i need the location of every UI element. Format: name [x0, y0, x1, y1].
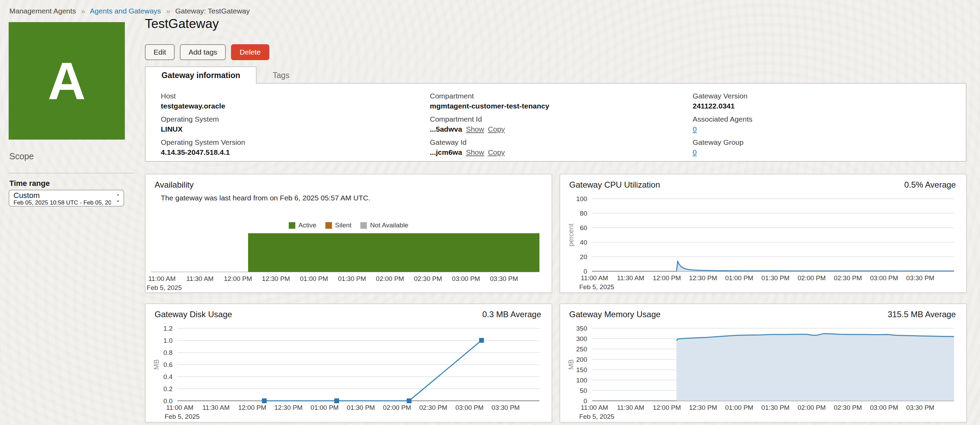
x-tick-label: 01:00 PM [300, 275, 328, 282]
legend-label: Active [298, 222, 317, 229]
y-tick-label: 40 [580, 239, 587, 246]
ocid-value: ...jcm6wa [430, 148, 462, 156]
x-tick-label: 01:00 PM [725, 274, 753, 282]
action-buttons: Edit Add tags Delete [145, 44, 269, 60]
x-tick-label: 11:30 AM [202, 404, 230, 411]
x-tick-label: 12:00 PM [238, 404, 266, 411]
copy-link[interactable]: Copy [488, 148, 505, 156]
card-header: Gateway Disk Usage 0.3 MB Average [154, 309, 541, 319]
card-header: Gateway Memory Usage 315.5 MB Average [569, 309, 956, 319]
y-tick-label: 0.4 [164, 373, 173, 381]
y-axis-title: MB [567, 359, 575, 370]
delete-button[interactable]: Delete [231, 44, 269, 60]
gateway-group-link[interactable]: 0 [693, 148, 697, 156]
x-tick-label: 12:30 PM [274, 404, 302, 411]
x-tick-label: 02:00 PM [383, 404, 411, 411]
availability-last-heard-text: The gateway was last heard from on Feb 6… [161, 194, 370, 202]
breadcrumb-separator: » [166, 7, 170, 15]
field-operating-system-version: Operating System Version 4.14.35-2047.51… [161, 138, 245, 157]
x-tick-label: 11:00 AM [166, 404, 194, 411]
legend-item: Active [289, 222, 317, 229]
x-tick-label: 03:30 PM [490, 275, 518, 282]
time-range-select[interactable]: Custom Feb 05, 2025 10:58 UTC - Feb 05, … [9, 190, 124, 207]
y-tick-label: 80 [580, 210, 587, 217]
field-value: mgmtagent-customer-test-tenancy [430, 101, 549, 111]
x-tick-label: 02:00 PM [798, 404, 826, 411]
legend-label: Silent [335, 222, 352, 229]
field-label: Gateway Group [693, 138, 752, 147]
x-tick-label: 12:00 PM [653, 274, 681, 282]
y-axis-title: MB [153, 359, 160, 370]
select-stepper-icon[interactable]: ⌃⌄ [116, 195, 120, 202]
y-tick-label: 300 [576, 335, 587, 343]
card-header: Availability [154, 180, 541, 190]
field-host: Host testgateway.oracle [161, 91, 245, 111]
y-tick-label: 0 [583, 268, 587, 275]
card-title: Gateway Disk Usage [154, 309, 232, 319]
associated-agents-link[interactable]: 0 [693, 125, 697, 133]
time-range-label: Time range [10, 179, 50, 188]
y-tick-label: 100 [576, 377, 587, 384]
y-tick-label: 350 [576, 325, 587, 332]
x-tick-label: 02:30 PM [834, 274, 862, 282]
x-tick-label: 11:30 AM [617, 404, 644, 411]
x-tick-label: 11:30 AM [186, 275, 214, 282]
card-title: Gateway CPU Utilization [569, 180, 660, 190]
x-tick-label: 01:00 PM [310, 404, 339, 411]
tab-gateway-information[interactable]: Gateway information [145, 67, 256, 84]
legend-label: Not Available [370, 222, 408, 229]
breadcrumb-separator: » [81, 7, 85, 15]
y-tick-label: 100 [576, 195, 587, 203]
field-gateway-version: Gateway Version 241122.0341 [693, 91, 752, 111]
x-tick-label: 03:30 PM [906, 274, 934, 282]
field-value: LINUX [161, 124, 245, 134]
tab-tags[interactable]: Tags [256, 67, 305, 84]
field-value: 241122.0341 [693, 101, 752, 111]
series-line [264, 340, 481, 401]
card-title: Availability [154, 180, 194, 190]
x-tick-label: 02:30 PM [414, 275, 442, 282]
card-average-value: 0.5% Average [904, 180, 956, 190]
field-value: ...5adwvaShowCopy [430, 124, 549, 134]
x-tick-label: 12:30 PM [689, 404, 717, 411]
field-compartment-id: Compartment Id ...5adwvaShowCopy [430, 114, 549, 134]
availability-active-bar [248, 233, 539, 272]
y-tick-label: 150 [576, 366, 587, 374]
info-column: Compartment mgmtagent-customer-test-tena… [430, 91, 549, 161]
y-tick-label: 0 [583, 397, 587, 404]
y-tick-label: 50 [580, 387, 587, 394]
edit-button[interactable]: Edit [145, 44, 175, 60]
x-tick-label: 01:30 PM [347, 404, 375, 411]
x-tick-label: 02:30 PM [834, 404, 862, 411]
x-axis-date-label: Feb 5, 2025 [579, 283, 614, 290]
copy-link[interactable]: Copy [488, 125, 505, 133]
x-tick-label: 03:00 PM [870, 404, 898, 411]
page-title: TestGateway [145, 17, 219, 31]
x-tick-label: 02:00 PM [798, 274, 826, 282]
x-tick-label: 01:30 PM [762, 404, 789, 411]
availability-chart: 11:00 AM11:30 AM12:00 PM12:30 PM01:00 PM… [150, 230, 545, 293]
x-tick-label: 02:30 PM [419, 404, 447, 411]
data-point-marker [479, 338, 484, 343]
disk-usage-card: Gateway Disk Usage 0.3 MB Average 0.00.2… [145, 303, 552, 423]
breadcrumb-link-agents-and-gateways[interactable]: Agents and Gateways [90, 7, 161, 15]
series-area [676, 334, 954, 401]
x-tick-label: 11:00 AM [581, 404, 608, 411]
show-link[interactable]: Show [466, 148, 484, 156]
breadcrumb: Management Agents » Agents and Gateways … [10, 7, 250, 15]
sidebar-divider [9, 173, 134, 173]
add-tags-button[interactable]: Add tags [180, 44, 226, 60]
x-tick-label: 11:00 AM [581, 274, 608, 282]
field-gateway-id: Gateway Id ...jcm6waShowCopy [430, 138, 549, 157]
disk-usage-chart: 0.00.20.40.60.81.01.2MB11:00 AM11:30 AM1… [150, 324, 545, 422]
x-tick-label: 03:30 PM [906, 404, 934, 411]
field-value: 4.14.35-2047.518.4.1 [161, 147, 245, 157]
field-label: Gateway Version [693, 91, 752, 101]
availability-card: Availability The gateway was last heard … [145, 174, 552, 293]
time-range-selected-option: Custom [13, 191, 111, 200]
data-point-marker [407, 398, 412, 403]
y-tick-label: 0.6 [164, 361, 173, 368]
card-header: Gateway CPU Utilization 0.5% Average [569, 180, 956, 190]
breadcrumb-item-management-agents: Management Agents [10, 7, 76, 15]
show-link[interactable]: Show [466, 125, 484, 133]
